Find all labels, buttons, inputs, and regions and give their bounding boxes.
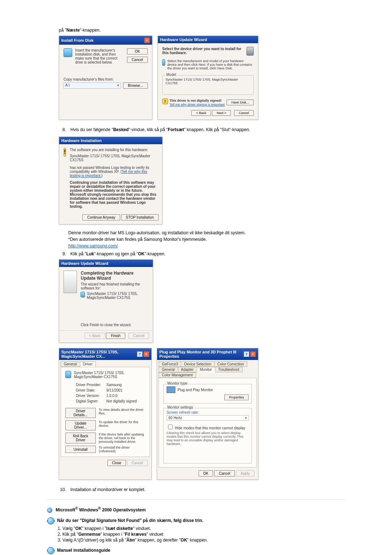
help-icon[interactable]: ? bbox=[244, 351, 249, 357]
roll-back-driver-button[interactable]: Roll Back Driver bbox=[65, 433, 96, 443]
hide-modes-desc: Clearing this check box allows you to se… bbox=[167, 431, 249, 446]
monitor-name: Plug and Play Monitor bbox=[177, 388, 213, 392]
dialog-title: Hardware Update Wizard bbox=[61, 261, 109, 266]
tab-adapter[interactable]: Adapter bbox=[178, 367, 197, 372]
tab-troubleshoot[interactable]: Troubleshoot bbox=[215, 367, 242, 372]
warning-icon: ! bbox=[162, 98, 168, 104]
step-10: 10. Installation af monitordriver er kom… bbox=[56, 486, 345, 493]
unsigned-warning: This driver is not digitally signed! bbox=[170, 99, 222, 102]
dialog-title: Plug and Play Monitor and 3D Prophet III… bbox=[159, 350, 244, 358]
dialog-hardware-update-wizard: Hardware Update Wizard Select the device… bbox=[158, 36, 258, 120]
help-icon[interactable]: ? bbox=[137, 351, 143, 357]
monitor-icon bbox=[167, 386, 175, 393]
back-button: < Back bbox=[85, 333, 105, 339]
dialog-install-from-disk: Install From Disk × Insert the manufactu… bbox=[59, 36, 152, 120]
stop-installation-button[interactable]: STOP Installation bbox=[121, 214, 159, 220]
hwinst-line1: The software you are installing for this… bbox=[70, 148, 158, 152]
finish-button[interactable]: Finish bbox=[106, 333, 125, 339]
path-combobox[interactable]: A:\ ▾ bbox=[64, 82, 121, 89]
uninstall-button[interactable]: Uninstall bbox=[65, 446, 96, 453]
cancel-button[interactable]: Cancel bbox=[214, 470, 235, 477]
cancel-button[interactable]: Cancel bbox=[234, 110, 254, 116]
continue-anyway-button[interactable]: Continue Anyway bbox=[82, 214, 120, 220]
gear-icon bbox=[47, 547, 54, 554]
back-button[interactable]: < Back bbox=[191, 110, 211, 116]
refresh-combobox[interactable]: 60 Hertz▾ bbox=[167, 415, 249, 421]
dialog-title: SyncMaster 171S/ 175S/ 170S, MagicSyncMa… bbox=[61, 350, 137, 358]
step-8: 8. Hvis du ser følgende "Besked"-vindue,… bbox=[56, 126, 345, 133]
device-name: SyncMaster 171S/ 175S/ 170S, MagicSyncMa… bbox=[74, 371, 145, 379]
info-paragraph: Denne monitor-driver har MS Logo-autoris… bbox=[68, 230, 345, 249]
dialog-title: Hardware Installation bbox=[61, 138, 102, 143]
complete-heading: Completing the Hardware Update Wizard bbox=[81, 271, 148, 281]
tab-color-correction[interactable]: Color Correction bbox=[214, 361, 247, 367]
dialog-text: Insert the manufacturer's installation d… bbox=[75, 48, 124, 64]
info-icon bbox=[162, 59, 165, 66]
device-icon bbox=[81, 292, 85, 297]
dialog-pnp-monitor-properties: Plug and Play Monitor and 3D Prophet III… bbox=[157, 348, 258, 480]
close-icon[interactable]: × bbox=[143, 351, 149, 357]
close-icon[interactable]: × bbox=[250, 351, 256, 357]
tab-general2[interactable]: General bbox=[159, 367, 178, 372]
sig-section-list: Vælg "OK" knappen i "Isæt diskette" vind… bbox=[52, 526, 345, 543]
sig-section-heading: Når du ser "Digital Signature Not Found"… bbox=[47, 517, 345, 524]
tab-driver[interactable]: Driver bbox=[80, 361, 96, 367]
bullet-icon bbox=[47, 508, 52, 513]
have-disk-button[interactable]: Have Disk... bbox=[226, 100, 254, 105]
cancel-button: Cancel bbox=[127, 460, 148, 466]
dialog-title: Install From Disk bbox=[61, 38, 94, 42]
complete-device: SyncMaster 171S/ 175S/ 170S, MagicSyncMa… bbox=[87, 292, 148, 300]
copy-from-label: Copy manufacturer's files from: bbox=[64, 77, 148, 81]
divider bbox=[47, 499, 345, 500]
hide-modes-checkbox[interactable] bbox=[168, 425, 173, 429]
hide-modes-label: Hide modes that this monitor cannot disp… bbox=[175, 426, 245, 430]
ok-button[interactable]: OK bbox=[127, 48, 148, 54]
wizard-description: Select the manufacturer and model of you… bbox=[167, 59, 254, 70]
close-button[interactable]: Close bbox=[107, 460, 126, 466]
close-icon[interactable]: × bbox=[144, 37, 150, 43]
browse-button[interactable]: Browse... bbox=[123, 82, 148, 89]
wizard-icon bbox=[246, 47, 254, 56]
dialog-driver-properties: SyncMaster 171S/ 175S/ 170S, MagicSyncMa… bbox=[59, 348, 152, 480]
properties-button[interactable]: Properties bbox=[224, 394, 249, 400]
hwinst-bold: Continuing your installation of this sof… bbox=[70, 181, 158, 208]
tab-monitor[interactable]: Monitor bbox=[197, 367, 215, 372]
hwinst-device: SyncMaster 171S/ 175S/ 170S, MagicSyncMa… bbox=[70, 154, 158, 162]
dialog-hw-update-complete: Hardware Update Wizard Completing the Ha… bbox=[59, 259, 153, 343]
driver-details-button[interactable]: Driver Details... bbox=[65, 408, 96, 418]
tab-device-selection[interactable]: Device Selection bbox=[181, 361, 214, 367]
refresh-label: Screen refresh rate: bbox=[167, 410, 249, 414]
ok-button[interactable]: OK bbox=[199, 470, 213, 477]
gear-icon bbox=[47, 517, 54, 524]
manual-section-heading: Manuel installationsguide bbox=[47, 547, 345, 554]
complete-line1: The wizard has finished installing the s… bbox=[81, 282, 148, 290]
tab-color-management[interactable]: Color Management bbox=[159, 372, 196, 378]
wizard-instruction: Select the device driver you want to ins… bbox=[162, 47, 246, 55]
dialog-title: Hardware Update Wizard bbox=[160, 37, 207, 42]
disk-icon bbox=[64, 48, 72, 57]
next-button[interactable]: Next > bbox=[212, 110, 231, 116]
cancel-button[interactable]: Cancel bbox=[127, 57, 148, 63]
group-legend: Model bbox=[165, 73, 177, 77]
tab-general[interactable]: General bbox=[61, 361, 80, 367]
warning-icon: ! bbox=[64, 148, 66, 157]
complete-line2: Click Finish to close the wizard. bbox=[81, 323, 148, 327]
update-driver-button[interactable]: Update Driver... bbox=[65, 420, 96, 430]
dialog-hardware-installation: Hardware Installation ! The software you… bbox=[59, 137, 163, 224]
step-9: 9. Klik på "Luk"-knappen og igen på "OK"… bbox=[56, 251, 345, 257]
samsung-link[interactable]: http://www.samsung.com/ bbox=[68, 243, 118, 248]
text-fragment: på "Næste"-knappen. bbox=[59, 27, 345, 33]
tab-geforce3[interactable]: GeForce3 bbox=[159, 361, 181, 367]
wizard-banner-icon bbox=[64, 271, 77, 293]
apply-button: Apply bbox=[236, 470, 254, 477]
signing-link[interactable]: Tell me why driver signing is important bbox=[170, 103, 225, 106]
model-value: SyncMaster 171S/ 175S/ 170S, MagicSyncMa… bbox=[166, 78, 250, 85]
cancel-button: Cancel bbox=[128, 333, 149, 339]
win2000-heading: Microsoft® Windows® 2000 Operativsystem bbox=[47, 506, 345, 513]
device-icon bbox=[65, 371, 71, 378]
